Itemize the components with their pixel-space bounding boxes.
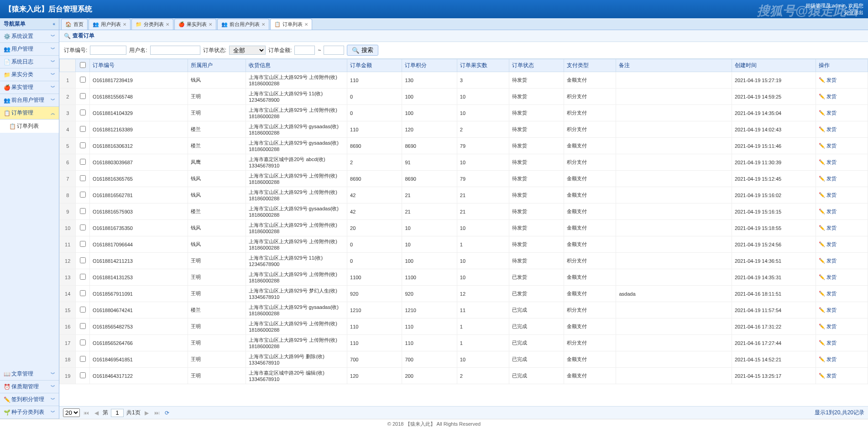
sidebar-item-1[interactable]: 👥用户管理︾ <box>0 43 59 56</box>
ship-button[interactable]: ✏️发货 <box>819 175 837 182</box>
col-header-2[interactable]: 收货信息 <box>246 59 347 72</box>
last-page-button[interactable]: ⏭ <box>153 409 161 417</box>
row-number: 7 <box>60 171 76 187</box>
ship-button[interactable]: ✏️发货 <box>819 241 837 248</box>
amount-max-input[interactable] <box>324 46 344 55</box>
close-icon[interactable]: ✕ <box>304 22 308 27</box>
tab-4[interactable]: 👥前台用户列表✕ <box>217 19 269 30</box>
row-checkbox[interactable] <box>80 159 86 165</box>
panel-title: 查看订单 <box>73 32 94 40</box>
sidebar-item-6[interactable]: 📋订单管理︽ <box>0 107 59 120</box>
cell-user: 王明 <box>188 253 246 269</box>
checkbox-header[interactable] <box>76 59 89 72</box>
cell-pay: 金额支付 <box>564 368 616 384</box>
sidebar-item-3[interactable]: 📁果实分类︾ <box>0 68 59 81</box>
close-icon[interactable]: ✕ <box>209 22 212 27</box>
row-checkbox[interactable] <box>80 224 86 230</box>
tab-2[interactable]: 📁分类列表✕ <box>131 19 173 30</box>
sidebar-sub-order-list[interactable]: 📋 订单列表 <box>0 120 59 133</box>
tab-0[interactable]: 🏠首页 <box>61 19 88 30</box>
ship-button[interactable]: ✏️发货 <box>819 290 837 297</box>
sidebar-bottom-item-1[interactable]: ⏰保质期管理︾ <box>0 381 59 393</box>
ship-button[interactable]: ✏️发货 <box>819 224 837 231</box>
cell-points: 120 <box>402 121 457 138</box>
sidebar-bottom-item-2[interactable]: ✏️签到积分管理︾ <box>0 393 59 406</box>
ship-button[interactable]: ✏️发货 <box>819 257 837 264</box>
sidebar-item-0[interactable]: ⚙️系统设置︾ <box>0 30 59 43</box>
refresh-button[interactable]: ⟳ <box>163 409 171 417</box>
row-checkbox[interactable] <box>80 175 86 181</box>
col-header-9[interactable]: 创建时间 <box>732 59 816 72</box>
order-id-input[interactable] <box>90 46 126 55</box>
col-header-4[interactable]: 订单积分 <box>402 59 457 72</box>
close-icon[interactable]: ✕ <box>123 22 126 27</box>
ship-button[interactable]: ✏️发货 <box>819 356 837 363</box>
username-input[interactable] <box>150 46 200 55</box>
cell-time: 2021-04-19 15:27:19 <box>732 72 816 89</box>
sidebar-bottom-item-3[interactable]: 🌱种子分类列表︾ <box>0 406 59 419</box>
amount-min-input[interactable] <box>294 46 315 55</box>
ship-button[interactable]: ✏️发货 <box>819 159 837 166</box>
row-checkbox[interactable] <box>80 257 86 263</box>
cell-points: 920 <box>402 286 457 302</box>
sidebar-item-4[interactable]: 🍎果实管理︾ <box>0 81 59 94</box>
sidebar-item-5[interactable]: 👥前台用户管理︾ <box>0 94 59 107</box>
tab-5[interactable]: 📋订单列表✕ <box>270 19 312 30</box>
row-checkbox[interactable] <box>80 77 86 83</box>
row-checkbox[interactable] <box>80 274 86 280</box>
row-checkbox[interactable] <box>80 142 86 148</box>
close-icon[interactable]: ✕ <box>261 22 265 27</box>
ship-button[interactable]: ✏️发货 <box>819 77 837 84</box>
search-button[interactable]: 🔍 搜索 <box>347 45 378 56</box>
cell-points: 91 <box>402 154 457 171</box>
logout-link[interactable]: 安全退出 <box>843 10 863 15</box>
ship-button[interactable]: ✏️发货 <box>819 126 837 133</box>
col-header-10[interactable]: 操作 <box>816 59 868 72</box>
col-header-0[interactable]: 订单编号 <box>89 59 188 72</box>
prev-page-button[interactable]: ◀ <box>93 409 100 417</box>
close-icon[interactable]: ✕ <box>166 22 169 27</box>
row-checkbox[interactable] <box>80 290 86 296</box>
ship-button[interactable]: ✏️发货 <box>819 208 837 215</box>
row-checkbox[interactable] <box>80 192 86 198</box>
row-checkbox[interactable] <box>80 93 86 99</box>
row-checkbox[interactable] <box>80 126 86 132</box>
row-checkbox[interactable] <box>80 208 86 214</box>
clipboard-icon: 📋 <box>274 21 281 27</box>
tab-1[interactable]: 👥用户列表✕ <box>89 19 131 30</box>
row-checkbox[interactable] <box>80 110 86 115</box>
order-id-label: 订单编号: <box>64 47 87 54</box>
sidebar-item-2[interactable]: 📄系统日志︾ <box>0 56 59 68</box>
col-header-1[interactable]: 所属用户 <box>188 59 246 72</box>
row-checkbox[interactable] <box>80 339 86 345</box>
ship-button[interactable]: ✏️发货 <box>819 323 837 330</box>
next-page-button[interactable]: ▶ <box>143 409 151 417</box>
select-all-checkbox[interactable] <box>80 62 86 68</box>
row-checkbox[interactable] <box>80 307 86 313</box>
ship-button[interactable]: ✏️发货 <box>819 307 837 313</box>
col-header-6[interactable]: 订单状态 <box>509 59 564 72</box>
col-header-5[interactable]: 订单果实数 <box>457 59 509 72</box>
page-size-select[interactable]: 20 <box>63 408 80 417</box>
ship-button[interactable]: ✏️发货 <box>819 192 837 198</box>
col-header-3[interactable]: 订单金额 <box>347 59 402 72</box>
row-checkbox[interactable] <box>80 372 86 378</box>
ship-button[interactable]: ✏️发货 <box>819 339 837 346</box>
row-checkbox[interactable] <box>80 323 86 329</box>
ship-button[interactable]: ✏️发货 <box>819 142 837 149</box>
ship-button[interactable]: ✏️发货 <box>819 274 837 281</box>
status-select[interactable]: 全部 <box>229 46 266 55</box>
cell-order-id: O1618816735350 <box>89 220 188 236</box>
ship-button[interactable]: ✏️发货 <box>819 93 837 100</box>
row-checkbox[interactable] <box>80 356 86 362</box>
row-checkbox[interactable] <box>80 241 86 247</box>
ship-button[interactable]: ✏️发货 <box>819 372 837 379</box>
sidebar-bottom-item-0[interactable]: 📖文章管理︾ <box>0 368 59 381</box>
col-header-7[interactable]: 支付类型 <box>564 59 616 72</box>
tab-3[interactable]: 🍎果实列表✕ <box>174 19 216 30</box>
page-input[interactable] <box>111 409 124 417</box>
first-page-button[interactable]: ⏮ <box>83 409 90 417</box>
col-header-8[interactable]: 备注 <box>616 59 732 72</box>
collapse-icon[interactable]: « <box>52 21 55 26</box>
ship-button[interactable]: ✏️发货 <box>819 110 837 116</box>
